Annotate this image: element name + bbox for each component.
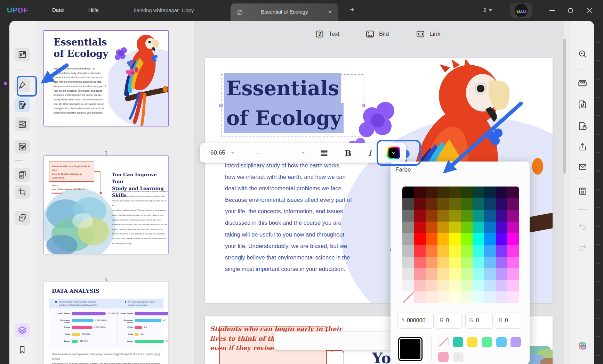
color-cell[interactable] (426, 268, 437, 280)
italic-button[interactable]: I (368, 143, 371, 163)
color-cell[interactable] (449, 222, 461, 233)
edit-pdf-button[interactable] (15, 98, 30, 112)
color-cell[interactable] (437, 257, 449, 268)
color-cell[interactable] (437, 280, 449, 292)
color-cell[interactable] (402, 268, 414, 280)
color-cell[interactable] (496, 257, 508, 268)
scrollbar[interactable] (563, 39, 566, 174)
color-cell[interactable] (437, 198, 449, 210)
color-cell[interactable] (496, 222, 508, 233)
blue-input[interactable]: B 0 (495, 313, 522, 329)
preset-no-color[interactable] (438, 337, 449, 347)
search-button[interactable] (577, 48, 588, 59)
color-cell[interactable] (449, 268, 461, 280)
color-cell[interactable] (496, 233, 508, 245)
color-cell[interactable] (473, 291, 484, 303)
font-size-select[interactable]: 60.65 (210, 143, 234, 163)
color-cell[interactable] (402, 257, 414, 268)
color-cell[interactable] (507, 268, 519, 280)
color-cell[interactable] (484, 268, 496, 280)
green-input[interactable]: G 0 (465, 313, 493, 329)
crop-pages-button[interactable] (15, 185, 30, 199)
color-cell[interactable] (437, 187, 449, 198)
color-cell[interactable] (449, 291, 461, 303)
color-cell[interactable] (484, 291, 496, 303)
color-cell[interactable] (426, 198, 437, 210)
color-cell[interactable] (437, 210, 449, 222)
tab-active[interactable]: Essential of Ecology ✕ (231, 3, 338, 21)
color-cell-none[interactable] (402, 291, 414, 303)
preset-color-swatch[interactable] (482, 337, 492, 347)
color-cell[interactable] (402, 245, 414, 257)
color-cell[interactable] (484, 222, 496, 233)
document-title[interactable]: Essentials of Ecology (224, 73, 344, 133)
color-cell[interactable] (484, 245, 496, 257)
tab-count-dropdown[interactable]: 2 (483, 7, 492, 13)
color-cell[interactable] (437, 233, 449, 245)
color-cell[interactable] (414, 245, 426, 257)
color-cell[interactable] (484, 233, 496, 245)
thumbnail-page-2[interactable]: Students who can begin early in their li… (43, 155, 169, 254)
color-cell[interactable] (449, 198, 461, 210)
protect-button[interactable] (577, 120, 588, 131)
font-family-select[interactable]: – (257, 143, 305, 163)
close-button[interactable] (585, 6, 594, 15)
color-cell[interactable] (426, 291, 437, 303)
align-button[interactable] (320, 143, 329, 163)
watermark-button[interactable] (15, 211, 30, 225)
ocr-button[interactable]: OCR (577, 77, 588, 89)
save-button[interactable] (577, 185, 588, 197)
color-cell[interactable] (426, 233, 437, 245)
organize-pages-button[interactable] (15, 117, 30, 131)
color-cell[interactable] (473, 210, 484, 222)
bold-button[interactable]: B (345, 143, 351, 163)
image-tool-button[interactable]: Bild (365, 27, 389, 41)
color-cell[interactable] (507, 245, 519, 257)
color-cell[interactable] (473, 257, 484, 268)
maximize-button[interactable] (566, 6, 574, 15)
color-cell[interactable] (402, 222, 414, 233)
color-cell[interactable] (414, 268, 426, 280)
color-cell[interactable] (473, 280, 484, 292)
color-cell[interactable] (484, 210, 496, 222)
redo-button[interactable] (577, 242, 588, 253)
menu-datei[interactable]: Datei (52, 7, 64, 13)
color-cell[interactable] (437, 291, 449, 303)
color-cell[interactable] (473, 268, 484, 280)
thumbnail-page-1[interactable]: Essentials of Ecology Welcome to environ… (43, 30, 169, 126)
user-avatar[interactable] (510, 3, 532, 18)
color-cell[interactable] (426, 187, 437, 198)
color-cell[interactable] (449, 245, 461, 257)
color-cell[interactable] (461, 198, 473, 210)
color-cell[interactable] (461, 291, 473, 303)
color-cell[interactable] (473, 198, 484, 210)
text-tool-button[interactable]: T Text (315, 27, 339, 41)
hex-input[interactable]: # 000000 (397, 313, 434, 329)
preset-color-swatch[interactable] (467, 337, 477, 347)
new-tab-button[interactable]: + (348, 6, 357, 15)
attachment-button[interactable] (15, 362, 30, 364)
color-cell[interactable] (461, 257, 473, 268)
color-cell[interactable] (437, 268, 449, 280)
color-cell[interactable] (414, 198, 426, 210)
page-tools-button[interactable] (15, 168, 30, 182)
preset-color-swatch[interactable] (438, 352, 449, 362)
color-cell[interactable] (507, 257, 519, 268)
color-cell[interactable] (496, 291, 508, 303)
selection-handle-right[interactable] (362, 104, 365, 107)
layers-button[interactable] (15, 323, 30, 337)
color-cell[interactable] (496, 280, 508, 292)
color-cell[interactable] (449, 233, 461, 245)
menu-hilfe[interactable]: Hilfe (88, 7, 99, 13)
color-cell[interactable] (507, 280, 519, 292)
color-cell[interactable] (414, 210, 426, 222)
color-cell[interactable] (414, 291, 426, 303)
color-cell[interactable] (507, 233, 519, 245)
reader-mode-button[interactable] (15, 48, 30, 61)
mail-button[interactable] (577, 161, 588, 172)
color-cell[interactable] (461, 210, 473, 222)
color-cell[interactable] (414, 233, 426, 245)
color-cell[interactable] (449, 210, 461, 222)
color-cell[interactable] (496, 198, 508, 210)
color-cell[interactable] (461, 222, 473, 233)
